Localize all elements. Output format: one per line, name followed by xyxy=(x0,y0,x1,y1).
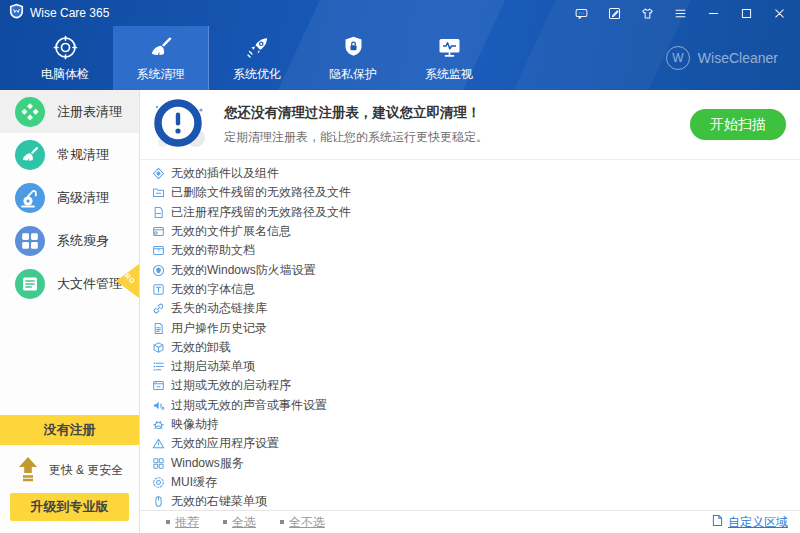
image-hijack-icon xyxy=(151,418,165,432)
startup-program-icon xyxy=(151,379,165,393)
privacy-icon xyxy=(340,34,367,61)
upgrade-button[interactable]: 升级到专业版 xyxy=(10,493,129,521)
sidebar-item-label: 大文件管理 xyxy=(57,275,122,293)
app-settings-icon xyxy=(151,437,165,451)
tab-label: 系统监视 xyxy=(425,66,473,83)
firewall-icon xyxy=(151,263,165,277)
list-item[interactable]: 过期启动菜单项 xyxy=(151,357,800,376)
list-item-label: 无效的应用程序设置 xyxy=(171,435,279,452)
registry-icon xyxy=(15,97,45,127)
big-files-icon xyxy=(15,269,45,299)
list-item-label: 过期启动菜单项 xyxy=(171,358,255,375)
list-item-label: 无效的插件以及组件 xyxy=(171,165,279,182)
list-item[interactable]: 丢失的动态链接库 xyxy=(151,299,800,318)
list-item-label: Windows服务 xyxy=(171,455,244,472)
list-item[interactable]: 无效的文件扩展名信息 xyxy=(151,222,800,241)
footer-link-label: 全不选 xyxy=(289,514,325,531)
edit-icon[interactable] xyxy=(607,6,621,20)
footer-bar: 推荐全选全不选 自定义区域 xyxy=(140,510,800,533)
list-item-label: 丢失的动态链接库 xyxy=(171,300,267,317)
tab-privacy-protector[interactable]: 隐私保护 xyxy=(305,26,401,90)
footer-link-select-all[interactable]: 全选 xyxy=(223,514,256,531)
upgrade-tagline-row: 更快 & 更安全 xyxy=(0,445,139,491)
tab-system-cleaner[interactable]: 系统清理 xyxy=(113,26,209,90)
list-item[interactable]: 无效的应用程序设置 xyxy=(151,434,800,453)
footer-link-label: 全选 xyxy=(232,514,256,531)
tab-system-tuneup[interactable]: 系统优化 xyxy=(209,26,305,90)
font-icon xyxy=(151,282,165,296)
footer-link-select-none[interactable]: 全不选 xyxy=(280,514,325,531)
sidebar-item-label: 常规清理 xyxy=(57,146,109,164)
folder-minus-icon xyxy=(151,186,165,200)
maximize-icon[interactable] xyxy=(739,6,753,20)
list-item[interactable]: 无效的右键菜单项 xyxy=(151,492,800,510)
banner-title: 您还没有清理过注册表，建议您立即清理！ xyxy=(224,104,690,122)
list-item[interactable]: MUI缓存 xyxy=(151,473,800,492)
sidebar-item-registry-cleaner[interactable]: 注册表清理 xyxy=(0,90,139,133)
list-item[interactable]: 无效的卸载 xyxy=(151,338,800,357)
bullet-icon xyxy=(166,520,170,524)
custom-area-label: 自定义区域 xyxy=(728,514,788,531)
body: 注册表清理常规清理高级清理系统瘦身大文件管理PRO 没有注册 更快 & 更安全 … xyxy=(0,90,800,533)
list-item[interactable]: 已注册程序残留的无效路径及文件 xyxy=(151,203,800,222)
minimize-icon[interactable] xyxy=(706,6,720,20)
list-item-label: 无效的Windows防火墙设置 xyxy=(171,262,316,279)
theme-icon[interactable] xyxy=(640,6,654,20)
tab-label: 隐私保护 xyxy=(329,66,377,83)
monitor-icon xyxy=(436,34,463,61)
list-item-label: 映像劫持 xyxy=(171,416,219,433)
list-item-label: 无效的帮助文档 xyxy=(171,242,255,259)
document-icon xyxy=(712,514,723,530)
list-item-label: 已删除文件残留的无效路径及文件 xyxy=(171,184,351,201)
wise-care-window: Wise Care 365 电脑体检系统清理系统优化隐私保护系统监视 W Wis… xyxy=(0,0,800,533)
list-item-label: 过期或无效的声音或事件设置 xyxy=(171,397,327,414)
brand-logo: W WiseCleaner xyxy=(666,46,778,70)
wisecleaner-logo-icon: W xyxy=(666,46,690,70)
list-item[interactable]: 过期或无效的启动程序 xyxy=(151,376,800,395)
sound-icon xyxy=(151,398,165,412)
checkup-icon xyxy=(52,34,79,61)
selection-links: 推荐全选全不选 xyxy=(166,514,325,531)
custom-area-link[interactable]: 自定义区域 xyxy=(712,514,788,531)
list-item[interactable]: 无效的插件以及组件 xyxy=(151,164,800,183)
sidebar-items: 注册表清理常规清理高级清理系统瘦身大文件管理PRO xyxy=(0,90,139,305)
tab-label: 系统清理 xyxy=(137,66,185,83)
list-item-label: MUI缓存 xyxy=(171,474,217,491)
services-icon xyxy=(151,456,165,470)
list-item[interactable]: 无效的字体信息 xyxy=(151,280,800,299)
titlebar: Wise Care 365 xyxy=(0,0,800,26)
sidebar: 注册表清理常规清理高级清理系统瘦身大文件管理PRO 没有注册 更快 & 更安全 … xyxy=(0,90,140,533)
list-item[interactable]: 映像劫持 xyxy=(151,415,800,434)
sidebar-item-common-cleaner[interactable]: 常规清理 xyxy=(0,133,139,176)
tab-pc-checkup[interactable]: 电脑体检 xyxy=(17,26,113,90)
chat-icon[interactable] xyxy=(574,6,588,20)
banner-text: 您还没有清理过注册表，建议您立即清理！ 定期清理注册表，能让您的系统运行更快更稳… xyxy=(224,104,690,146)
sidebar-item-advanced-cleaner[interactable]: 高级清理 xyxy=(0,176,139,219)
history-icon xyxy=(151,321,165,335)
notice-banner: 您还没有清理过注册表，建议您立即清理！ 定期清理注册表，能让您的系统运行更快更稳… xyxy=(140,90,800,160)
tab-label: 系统优化 xyxy=(233,66,281,83)
list-item[interactable]: 无效的Windows防火墙设置 xyxy=(151,260,800,279)
cleaner-icon xyxy=(147,34,174,61)
footer-link-recommended[interactable]: 推荐 xyxy=(166,514,199,531)
bullet-icon xyxy=(223,520,227,524)
list-item-label: 无效的卸载 xyxy=(171,339,231,356)
plugin-icon xyxy=(151,167,165,181)
list-item[interactable]: 过期或无效的声音或事件设置 xyxy=(151,396,800,415)
list-item[interactable]: 已删除文件残留的无效路径及文件 xyxy=(151,183,800,202)
start-scan-button[interactable]: 开始扫描 xyxy=(690,109,786,140)
tab-system-monitor[interactable]: 系统监视 xyxy=(401,26,497,90)
menu-icon[interactable] xyxy=(673,6,687,20)
sidebar-item-label: 系统瘦身 xyxy=(57,232,109,250)
list-item[interactable]: 用户操作历史记录 xyxy=(151,318,800,337)
list-item[interactable]: Windows服务 xyxy=(151,453,800,472)
main-content: 您还没有清理过注册表，建议您立即清理！ 定期清理注册表，能让您的系统运行更快更稳… xyxy=(140,90,800,533)
list-item[interactable]: ?无效的帮助文档 xyxy=(151,241,800,260)
close-icon[interactable] xyxy=(772,6,786,20)
titlebar-left: Wise Care 365 xyxy=(9,3,109,23)
sidebar-item-system-slimming[interactable]: 系统瘦身 xyxy=(0,219,139,262)
bullet-icon xyxy=(280,520,284,524)
footer-link-label: 推荐 xyxy=(175,514,199,531)
sidebar-item-big-files-manager[interactable]: 大文件管理PRO xyxy=(0,262,139,305)
list-item-label: 无效的文件扩展名信息 xyxy=(171,223,291,240)
